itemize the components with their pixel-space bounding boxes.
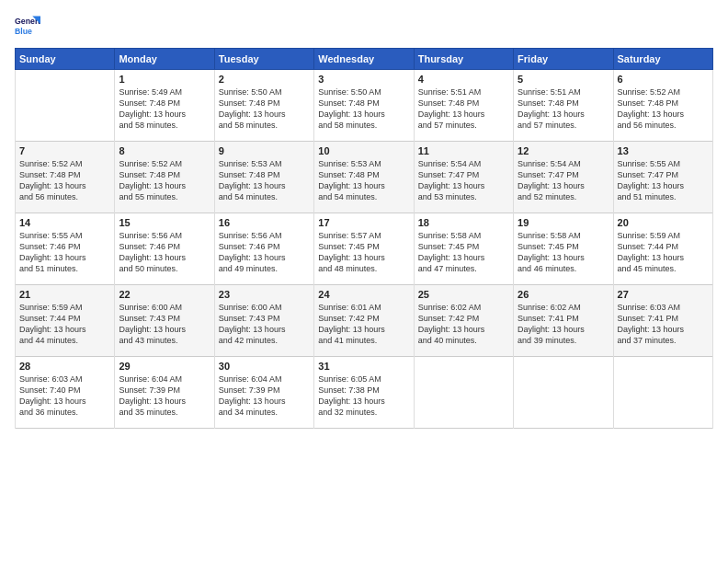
cell-info: Sunrise: 5:53 AM Sunset: 7:48 PM Dayligh…: [318, 158, 409, 203]
calendar-cell: 13Sunrise: 5:55 AM Sunset: 7:47 PM Dayli…: [613, 142, 712, 213]
calendar-header: SundayMondayTuesdayWednesdayThursdayFrid…: [16, 49, 713, 70]
day-number: 21: [19, 289, 110, 300]
cell-info: Sunrise: 5:52 AM Sunset: 7:48 PM Dayligh…: [119, 158, 210, 203]
cell-info: Sunrise: 6:05 AM Sunset: 7:38 PM Dayligh…: [318, 373, 409, 419]
calendar-cell: 18Sunrise: 5:58 AM Sunset: 7:45 PM Dayli…: [414, 213, 513, 285]
calendar-cell: 2Sunrise: 5:50 AM Sunset: 7:48 PM Daylig…: [214, 70, 313, 142]
calendar-week-row: 28Sunrise: 6:03 AM Sunset: 7:40 PM Dayli…: [16, 357, 713, 429]
cell-info: Sunrise: 5:56 AM Sunset: 7:46 PM Dayligh…: [219, 230, 310, 275]
day-number: 4: [418, 74, 509, 85]
day-number: 10: [318, 145, 409, 156]
calendar-cell: 20Sunrise: 5:59 AM Sunset: 7:44 PM Dayli…: [613, 213, 712, 285]
cell-info: Sunrise: 5:54 AM Sunset: 7:47 PM Dayligh…: [518, 158, 609, 203]
calendar-cell: 15Sunrise: 5:56 AM Sunset: 7:46 PM Dayli…: [115, 213, 214, 285]
day-number: 2: [219, 74, 310, 85]
day-number: 15: [119, 217, 210, 228]
cell-info: Sunrise: 5:56 AM Sunset: 7:46 PM Dayligh…: [119, 230, 210, 275]
cell-info: Sunrise: 6:03 AM Sunset: 7:40 PM Dayligh…: [19, 373, 110, 419]
calendar-cell: 12Sunrise: 5:54 AM Sunset: 7:47 PM Dayli…: [514, 142, 613, 213]
calendar-cell: [613, 357, 712, 429]
cell-info: Sunrise: 6:00 AM Sunset: 7:43 PM Dayligh…: [119, 302, 210, 347]
calendar-week-row: 14Sunrise: 5:55 AM Sunset: 7:46 PM Dayli…: [16, 213, 713, 285]
calendar-cell: 16Sunrise: 5:56 AM Sunset: 7:46 PM Dayli…: [214, 213, 313, 285]
cell-info: Sunrise: 5:54 AM Sunset: 7:47 PM Dayligh…: [418, 158, 509, 203]
day-number: 25: [418, 289, 509, 300]
svg-text:Blue: Blue: [15, 27, 32, 36]
cell-info: Sunrise: 5:55 AM Sunset: 7:46 PM Dayligh…: [19, 230, 110, 275]
day-number: 7: [19, 145, 110, 156]
weekday-header: Monday: [115, 49, 214, 70]
calendar-week-row: 21Sunrise: 5:59 AM Sunset: 7:44 PM Dayli…: [16, 285, 713, 357]
calendar-cell: 14Sunrise: 5:55 AM Sunset: 7:46 PM Dayli…: [16, 213, 115, 285]
day-number: 27: [618, 289, 709, 300]
calendar-cell: 26Sunrise: 6:02 AM Sunset: 7:41 PM Dayli…: [514, 285, 613, 357]
calendar-cell: 10Sunrise: 5:53 AM Sunset: 7:48 PM Dayli…: [314, 142, 414, 213]
day-number: 17: [318, 217, 409, 228]
day-number: 1: [119, 74, 210, 85]
cell-info: Sunrise: 6:03 AM Sunset: 7:41 PM Dayligh…: [618, 302, 709, 347]
day-number: 13: [618, 145, 709, 156]
calendar-body: 1Sunrise: 5:49 AM Sunset: 7:48 PM Daylig…: [16, 70, 713, 429]
calendar-cell: 17Sunrise: 5:57 AM Sunset: 7:45 PM Dayli…: [314, 213, 414, 285]
cell-info: Sunrise: 5:51 AM Sunset: 7:48 PM Dayligh…: [418, 86, 509, 132]
weekday-header: Wednesday: [314, 49, 414, 70]
calendar-week-row: 7Sunrise: 5:52 AM Sunset: 7:48 PM Daylig…: [16, 142, 713, 213]
calendar-cell: 6Sunrise: 5:52 AM Sunset: 7:48 PM Daylig…: [613, 70, 712, 142]
logo-icon: General Blue: [15, 13, 40, 39]
cell-info: Sunrise: 5:57 AM Sunset: 7:45 PM Dayligh…: [318, 230, 409, 275]
day-number: 11: [418, 145, 509, 156]
day-number: 22: [119, 289, 210, 300]
day-number: 20: [618, 217, 709, 228]
day-number: 9: [219, 145, 310, 156]
calendar-cell: 7Sunrise: 5:52 AM Sunset: 7:48 PM Daylig…: [16, 142, 115, 213]
cell-info: Sunrise: 5:52 AM Sunset: 7:48 PM Dayligh…: [19, 158, 110, 203]
cell-info: Sunrise: 5:52 AM Sunset: 7:48 PM Dayligh…: [618, 86, 709, 132]
weekday-row: SundayMondayTuesdayWednesdayThursdayFrid…: [16, 49, 713, 70]
cell-info: Sunrise: 5:59 AM Sunset: 7:44 PM Dayligh…: [19, 302, 110, 347]
day-number: 5: [518, 74, 609, 85]
calendar-cell: 28Sunrise: 6:03 AM Sunset: 7:40 PM Dayli…: [16, 357, 115, 429]
calendar-cell: 8Sunrise: 5:52 AM Sunset: 7:48 PM Daylig…: [115, 142, 214, 213]
cell-info: Sunrise: 5:50 AM Sunset: 7:48 PM Dayligh…: [318, 86, 409, 132]
calendar-cell: [16, 70, 115, 142]
day-number: 3: [318, 74, 409, 85]
calendar-cell: [414, 357, 513, 429]
day-number: 18: [418, 217, 509, 228]
calendar-cell: 29Sunrise: 6:04 AM Sunset: 7:39 PM Dayli…: [115, 357, 214, 429]
day-number: 19: [518, 217, 609, 228]
day-number: 31: [318, 361, 409, 372]
calendar-cell: 30Sunrise: 6:04 AM Sunset: 7:39 PM Dayli…: [214, 357, 313, 429]
cell-info: Sunrise: 6:02 AM Sunset: 7:41 PM Dayligh…: [518, 302, 609, 347]
day-number: 26: [518, 289, 609, 300]
cell-info: Sunrise: 5:49 AM Sunset: 7:48 PM Dayligh…: [119, 86, 210, 132]
calendar-cell: 4Sunrise: 5:51 AM Sunset: 7:48 PM Daylig…: [414, 70, 513, 142]
day-number: 28: [19, 361, 110, 372]
calendar-cell: 27Sunrise: 6:03 AM Sunset: 7:41 PM Dayli…: [613, 285, 712, 357]
weekday-header: Friday: [514, 49, 613, 70]
cell-info: Sunrise: 6:01 AM Sunset: 7:42 PM Dayligh…: [318, 302, 409, 347]
calendar-cell: 19Sunrise: 5:58 AM Sunset: 7:45 PM Dayli…: [514, 213, 613, 285]
day-number: 24: [318, 289, 409, 300]
calendar-cell: 31Sunrise: 6:05 AM Sunset: 7:38 PM Dayli…: [314, 357, 414, 429]
calendar-cell: 9Sunrise: 5:53 AM Sunset: 7:48 PM Daylig…: [214, 142, 313, 213]
cell-info: Sunrise: 5:51 AM Sunset: 7:48 PM Dayligh…: [518, 86, 609, 132]
calendar-cell: 5Sunrise: 5:51 AM Sunset: 7:48 PM Daylig…: [514, 70, 613, 142]
calendar-cell: [514, 357, 613, 429]
calendar-cell: 23Sunrise: 6:00 AM Sunset: 7:43 PM Dayli…: [214, 285, 313, 357]
calendar-cell: 1Sunrise: 5:49 AM Sunset: 7:48 PM Daylig…: [115, 70, 214, 142]
logo: General Blue: [15, 13, 44, 39]
day-number: 23: [219, 289, 310, 300]
cell-info: Sunrise: 6:04 AM Sunset: 7:39 PM Dayligh…: [119, 373, 210, 419]
cell-info: Sunrise: 5:53 AM Sunset: 7:48 PM Dayligh…: [219, 158, 310, 203]
calendar-table: SundayMondayTuesdayWednesdayThursdayFrid…: [15, 48, 713, 429]
cell-info: Sunrise: 5:58 AM Sunset: 7:45 PM Dayligh…: [418, 230, 509, 275]
calendar-cell: 11Sunrise: 5:54 AM Sunset: 7:47 PM Dayli…: [414, 142, 513, 213]
day-number: 12: [518, 145, 609, 156]
cell-info: Sunrise: 5:55 AM Sunset: 7:47 PM Dayligh…: [618, 158, 709, 203]
weekday-header: Saturday: [613, 49, 712, 70]
calendar-cell: 24Sunrise: 6:01 AM Sunset: 7:42 PM Dayli…: [314, 285, 414, 357]
cell-info: Sunrise: 6:02 AM Sunset: 7:42 PM Dayligh…: [418, 302, 509, 347]
calendar-week-row: 1Sunrise: 5:49 AM Sunset: 7:48 PM Daylig…: [16, 70, 713, 142]
weekday-header: Thursday: [414, 49, 513, 70]
cell-info: Sunrise: 5:58 AM Sunset: 7:45 PM Dayligh…: [518, 230, 609, 275]
